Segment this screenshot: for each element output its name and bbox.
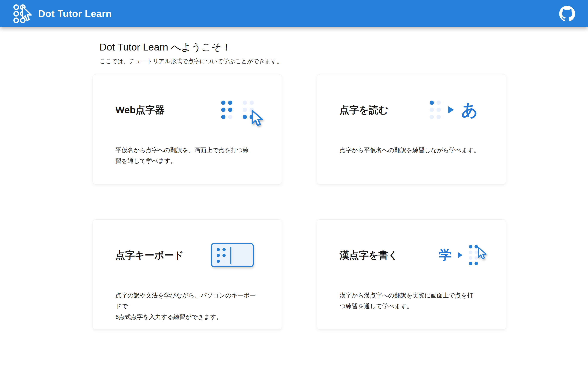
braille-dot-off <box>228 115 232 119</box>
braille-dot-off <box>250 108 254 112</box>
braille-dot-on <box>217 254 220 257</box>
card-title: 点字を読む <box>340 105 388 115</box>
braille-dot-off <box>222 260 226 263</box>
braille-cell <box>243 100 254 119</box>
braille-cells-with-cursor-icon <box>221 100 254 119</box>
app-logo-icon <box>13 4 34 24</box>
card-web-tenjiki[interactable]: Web点字器 平仮名から点字への翻訳を、画面上で点を打つ練 習を通して学べます。 <box>93 74 282 184</box>
page-title: Dot Tutor Learn へようこそ！ <box>100 40 588 54</box>
page-subtitle: ここでは、チュートリアル形式で点字について学ぶことができます。 <box>100 58 588 65</box>
braille-dot-off <box>243 108 247 112</box>
github-link[interactable] <box>559 6 575 22</box>
braille-dot-on <box>217 260 220 263</box>
kana-a-glyph: あ <box>461 102 478 118</box>
card-header-row: 点字キーボード <box>116 237 254 273</box>
braille-dot-off <box>430 115 434 119</box>
braille-dot-off <box>469 250 472 254</box>
braille-dot-on <box>228 100 232 105</box>
card-braille-keyboard[interactable]: 点字キーボード 点字の訳や文法を学びながら、パソコンのキーボードで 6点式点字を… <box>93 220 282 330</box>
card-header-row: 漢点字を書く 学 <box>340 237 478 273</box>
braille-dot-off <box>436 115 441 119</box>
braille-dot-off <box>436 100 441 105</box>
braille-dot-on <box>221 100 226 105</box>
kantenji-cell-wrap <box>469 245 478 265</box>
card-description: 漢字から漢点字への翻訳を実際に画面上で点を打 つ練習を通して学べます。 <box>340 290 484 312</box>
braille-dot-off <box>474 250 478 254</box>
braille-dot-on <box>469 262 472 265</box>
braille-dot-on <box>221 108 226 112</box>
arrow-right-icon <box>458 252 462 258</box>
braille-dot-on <box>474 262 478 265</box>
braille-dot-off <box>474 256 478 260</box>
kanji-to-kantenji-cursor-icon: 学 <box>439 245 478 265</box>
braille-dot-on <box>221 115 226 119</box>
brand[interactable]: Dot Tutor Learn <box>13 4 112 24</box>
card-title: Web点字器 <box>116 105 164 115</box>
github-icon <box>559 6 575 22</box>
card-title: 点字キーボード <box>116 250 184 260</box>
braille-dot-on <box>474 245 478 248</box>
braille-dot-on <box>250 115 254 119</box>
braille-dot-on <box>222 254 226 257</box>
app-header: Dot Tutor Learn <box>0 0 588 27</box>
card-header-row: 点字を読む あ <box>340 92 478 128</box>
braille-dot-off <box>250 100 254 105</box>
braille-dot-on <box>430 100 434 105</box>
braille-dot-on <box>222 248 226 251</box>
card-description: 平仮名から点字への翻訳を、画面上で点を打つ練 習を通して学べます。 <box>116 145 260 166</box>
text-caret <box>230 247 231 264</box>
card-read-braille[interactable]: 点字を読む あ 点字から平仮名への翻訳を練習しながら学べます。 <box>317 74 506 184</box>
braille-keyboard-input-icon <box>211 243 254 267</box>
braille-dot-off <box>469 256 472 260</box>
kantenji-braille-cell <box>469 245 478 265</box>
main-content: Dot Tutor Learn へようこそ！ ここでは、チュートリアル形式で点字… <box>0 40 588 330</box>
braille-dot-on <box>217 248 220 251</box>
braille-dot-off <box>243 100 247 105</box>
braille-dot-on <box>243 115 247 119</box>
kanji-gaku-glyph: 学 <box>439 249 452 262</box>
card-header-row: Web点字器 <box>116 92 254 128</box>
braille-dot-off <box>430 108 434 112</box>
braille-dot-on <box>469 245 472 248</box>
braille-cell <box>217 248 226 263</box>
braille-dot-on <box>228 108 232 112</box>
card-title: 漢点字を書く <box>340 250 398 260</box>
braille-cell <box>221 100 232 119</box>
braille-dot-off <box>436 108 441 112</box>
card-description: 点字から平仮名への翻訳を練習しながら学べます。 <box>340 145 484 156</box>
braille-to-kana-icon: あ <box>430 100 478 119</box>
card-description: 点字の訳や文法を学びながら、パソコンのキーボードで 6点式点字を入力する練習がで… <box>116 290 260 322</box>
card-write-kantenji[interactable]: 漢点字を書く 学 漢字から漢点字への翻訳を実際に画面上で点を打 つ練習を通して学… <box>317 220 506 330</box>
braille-cell <box>430 100 441 119</box>
arrow-right-icon <box>448 106 454 114</box>
input-box <box>211 243 254 267</box>
tutorial-grid: Web点字器 平仮名から点字への翻訳を、画面上で点を打つ練 習を通して学べます。… <box>93 74 588 330</box>
app-title: Dot Tutor Learn <box>38 8 112 19</box>
